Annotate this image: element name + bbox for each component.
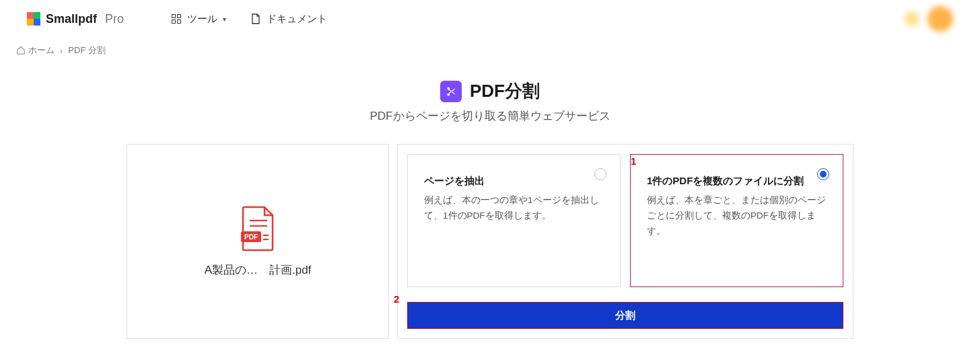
brand-suffix: Pro bbox=[105, 12, 124, 26]
option-split-title: 1件のPDFを複数のファイルに分割 bbox=[647, 175, 827, 188]
nav-documents[interactable]: ドキュメント bbox=[250, 13, 327, 26]
radio-extract[interactable] bbox=[594, 168, 606, 180]
filename: A製品の… 計画.pdf bbox=[205, 262, 312, 278]
option-extract-pages[interactable]: ページを抽出 例えば、本の一つの章や1ページを抽出して、1件のPDFを取得します… bbox=[407, 154, 621, 287]
breadcrumb-home-label: ホーム bbox=[28, 44, 55, 56]
avatar[interactable] bbox=[928, 6, 953, 32]
annotation-2: 2 bbox=[394, 293, 399, 305]
main-container: PDF A製品の… 計画.pdf 1 ページを抽出 例えば、本の一つの章や1ペー… bbox=[120, 144, 860, 339]
option-extract-title: ページを抽出 bbox=[424, 175, 604, 188]
file-preview-panel: PDF A製品の… 計画.pdf bbox=[127, 144, 389, 339]
page-title: PDF分割 bbox=[470, 79, 540, 103]
logo-icon bbox=[27, 12, 40, 26]
svg-text:PDF: PDF bbox=[244, 233, 258, 241]
option-extract-desc: 例えば、本の一つの章や1ページを抽出して、1件のPDFを取得します。 bbox=[424, 193, 604, 224]
document-icon bbox=[250, 13, 261, 24]
breadcrumb-separator: › bbox=[60, 46, 63, 56]
option-split-pdf[interactable]: 1件のPDFを複数のファイルに分割 例えば、本を章ごと、または個別のページごとに… bbox=[630, 154, 843, 287]
grid-icon bbox=[171, 13, 182, 24]
pdf-file-icon[interactable]: PDF bbox=[239, 206, 277, 252]
scissors-icon bbox=[440, 81, 462, 102]
options-panel: 1 ページを抽出 例えば、本の一つの章や1ページを抽出して、1件のPDFを取得し… bbox=[397, 144, 853, 339]
tool-hero: PDF分割 PDFからページを切り取る簡単ウェブサービス bbox=[0, 79, 980, 124]
breadcrumb-home[interactable]: ホーム bbox=[16, 44, 55, 56]
option-split-desc: 例えば、本を章ごと、または個別のページごとに分割して、複数のPDFを取得します。 bbox=[647, 193, 827, 239]
logo[interactable]: Smallpdf Pro bbox=[27, 12, 124, 26]
chevron-down-icon: ▾ bbox=[223, 15, 226, 23]
nav-tools[interactable]: ツール ▾ bbox=[171, 13, 226, 26]
header-right bbox=[905, 6, 953, 32]
radio-split[interactable] bbox=[817, 168, 829, 180]
nav: ツール ▾ ドキュメント bbox=[171, 13, 327, 26]
brand-name: Smallpdf bbox=[46, 12, 97, 26]
notification-icon[interactable] bbox=[905, 11, 919, 26]
options-row: 1 ページを抽出 例えば、本の一つの章や1ページを抽出して、1件のPDFを取得し… bbox=[407, 154, 843, 287]
nav-tools-label: ツール bbox=[187, 13, 217, 26]
nav-documents-label: ドキュメント bbox=[267, 13, 327, 26]
app-header: Smallpdf Pro ツール ▾ ドキュメント bbox=[0, 0, 980, 38]
split-button[interactable]: 分割 bbox=[407, 302, 843, 329]
page-subtitle: PDFからページを切り取る簡単ウェブサービス bbox=[0, 108, 980, 124]
breadcrumb-current: PDF 分割 bbox=[68, 44, 106, 56]
home-icon bbox=[16, 46, 26, 55]
breadcrumb: ホーム › PDF 分割 bbox=[0, 38, 980, 63]
